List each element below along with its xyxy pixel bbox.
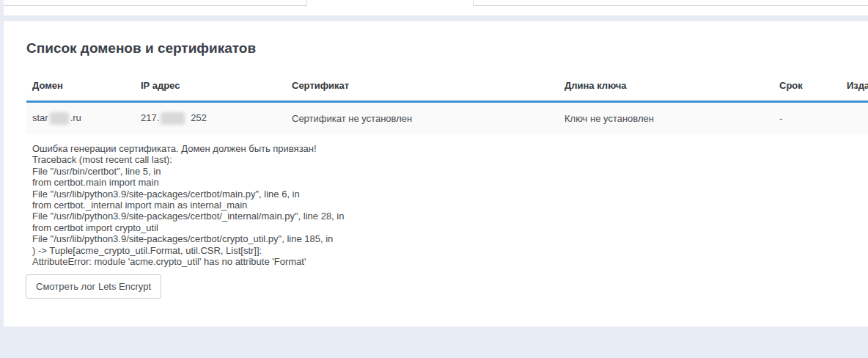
traceback-line: File "/usr/lib/python3.9/site-packages/c… [32,189,344,200]
redacted-domain-part [50,112,69,125]
tab-bottom-border-right [473,5,868,6]
cell-term: - [773,102,841,134]
column-header-certificate: Сертификат [286,73,559,102]
traceback-line: File "/usr/bin/certbot", line 5, in [32,166,344,177]
domains-table-wrap: Домен IP адрес Сертификат Длина ключа Ср… [26,73,868,134]
column-header-issuer: Издатель [841,73,868,102]
ip-suffix: 252 [191,112,207,123]
traceback-line: File "/usr/lib/python3.9/site-packages/c… [32,233,344,244]
ip-prefix: 217. [141,112,159,123]
traceback-line: ) -> Tuple[acme_crypto_util.Format, util… [32,245,344,256]
traceback-line: from certbot._internal import main as in… [32,200,344,211]
traceback-line: AttributeError: module 'acme.crypto_util… [32,256,344,267]
tab-divider-right [473,0,474,6]
page-title: Список доменов и сертификатов [26,40,256,56]
screen: Список доменов и сертификатов Домен IP а… [0,0,868,358]
traceback-line: from certbot.main import main [32,177,344,188]
table-row[interactable]: star.ru 217.252 Сертификат не установлен… [26,102,868,134]
domain-suffix: .ru [70,112,81,123]
domain-prefix: star [32,112,48,123]
cell-issuer [841,102,868,134]
domains-certificates-card: Список доменов и сертификатов Домен IP а… [4,21,868,326]
cell-domain: star.ru [26,102,135,134]
error-line: Ошибка генерации сертификата. Домен долж… [32,143,344,154]
view-letsencrypt-log-button[interactable]: Смотреть лог Lets Encrypt [26,274,161,299]
redacted-ip-part [161,112,185,125]
column-header-domain: Домен [26,73,135,102]
tab-divider-left [306,0,307,6]
column-header-term: Срок [773,73,841,102]
table-header-row: Домен IP адрес Сертификат Длина ключа Ср… [26,73,868,102]
tab-bottom-border-left [4,5,306,6]
tab-2-active[interactable] [307,0,473,6]
traceback-line: Traceback (most recent call last): [32,154,344,165]
column-header-key-length: Длина ключа [559,73,773,102]
domains-table: Домен IP адрес Сертификат Длина ключа Ср… [26,73,868,134]
cell-ip: 217.252 [135,102,286,134]
cell-key-length: Ключ не установлен [559,102,773,134]
traceback-line: File "/usr/lib/python3.9/site-packages/c… [32,211,344,222]
cell-certificate: Сертификат не установлен [286,102,559,134]
certificate-error-traceback: Ошибка генерации сертификата. Домен долж… [32,143,344,267]
tab-strip [4,0,868,15]
column-header-ip: IP адрес [135,73,286,102]
traceback-line: from certbot import crypto_util [32,222,344,233]
